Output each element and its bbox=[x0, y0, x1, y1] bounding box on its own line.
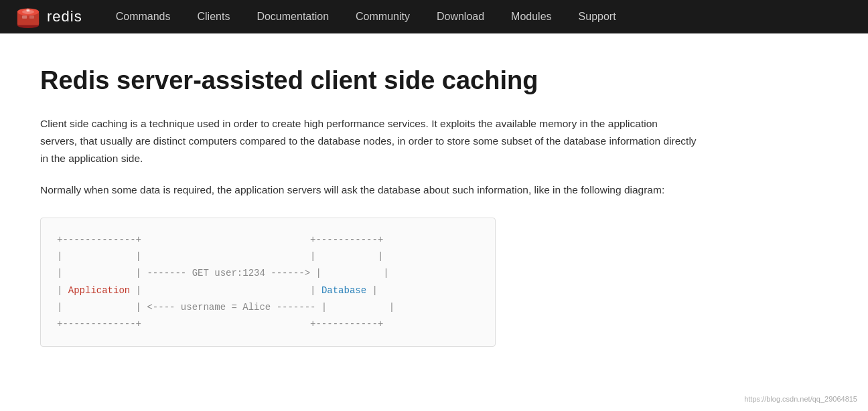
logo-text: redis bbox=[47, 8, 82, 25]
nav-commands[interactable]: Commands bbox=[104, 7, 183, 27]
intro-paragraph-2: Normally when some data is required, the… bbox=[40, 181, 697, 199]
diagram-db-label: Database bbox=[321, 285, 366, 296]
nav-modules[interactable]: Modules bbox=[499, 7, 563, 27]
nav-clients[interactable]: Clients bbox=[186, 7, 242, 27]
diagram-app-label: Application bbox=[68, 285, 130, 296]
diagram-line-3: | | ------- GET user:1234 ------> | | bbox=[57, 265, 479, 282]
watermark: https://blog.csdn.net/qq_29064815 bbox=[744, 395, 857, 403]
redis-logo-icon bbox=[16, 5, 40, 29]
diagram-line-1: +-------------+ +-----------+ bbox=[57, 232, 479, 248]
nav-community[interactable]: Community bbox=[344, 7, 422, 27]
nav-links: Commands Clients Documentation Community… bbox=[104, 7, 628, 27]
diagram-box: +-------------+ +-----------+ | | | | | … bbox=[40, 218, 496, 347]
diagram-line-2: | | | | bbox=[57, 248, 479, 265]
main-content: Redis server-assisted client side cachin… bbox=[0, 33, 737, 374]
diagram-line-5: | | <---- username = Alice ------- | | bbox=[57, 299, 479, 316]
logo-link[interactable]: redis bbox=[16, 5, 82, 29]
svg-rect-5 bbox=[29, 15, 34, 19]
diagram-line-6: +-------------+ +-----------+ bbox=[57, 316, 479, 333]
nav-documentation[interactable]: Documentation bbox=[244, 7, 341, 27]
nav-support[interactable]: Support bbox=[567, 7, 628, 27]
page-title: Redis server-assisted client side cachin… bbox=[40, 66, 697, 96]
nav-download[interactable]: Download bbox=[425, 7, 496, 27]
navbar: redis Commands Clients Documentation Com… bbox=[0, 0, 868, 33]
svg-rect-4 bbox=[22, 15, 27, 19]
intro-paragraph-1: Client side caching is a technique used … bbox=[40, 115, 697, 168]
diagram-line-4: | Application | | Database | bbox=[57, 282, 479, 299]
